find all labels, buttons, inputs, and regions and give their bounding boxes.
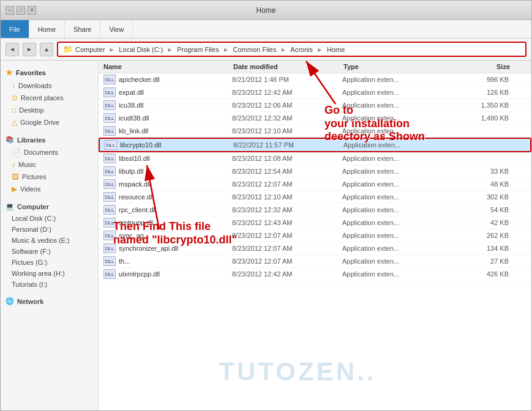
- sidebar-item-pictues[interactable]: Pictues (G:): [1, 257, 98, 268]
- sidebar-item-downloads[interactable]: ↓ Downloads: [1, 80, 98, 92]
- file-type-cell: Application exten...: [342, 206, 465, 213]
- table-row[interactable]: DLL icudt38.dll 8/23/2012 12:32 AM Appli…: [99, 112, 531, 125]
- sidebar-item-music[interactable]: ♪ Music: [1, 158, 98, 171]
- table-row[interactable]: DLL th... 8/23/2012 12:07 AM Application…: [99, 255, 531, 268]
- minimize-button[interactable]: ─: [6, 6, 14, 15]
- file-type-cell: Application exten...: [342, 219, 465, 226]
- file-name-cell: libssl10.dll: [119, 155, 232, 162]
- table-row[interactable]: DLL icu38.dll 8/23/2012 12:06 AM Applica…: [99, 99, 531, 112]
- title-bar: ─ □ ✕ Home: [1, 1, 531, 20]
- file-date-cell: 8/23/2012 12:07 AM: [232, 245, 342, 252]
- path-computer: Computer: [75, 46, 105, 53]
- recent-icon: ⊙: [12, 94, 18, 102]
- path-acronis: Acronis: [290, 46, 313, 53]
- sidebar-item-personal[interactable]: Personal (D:): [1, 224, 98, 235]
- sidebar: ★ Favorites ↓ Downloads ⊙ Recent places …: [1, 61, 99, 410]
- sidebar-item-tutorials[interactable]: Tutorials (I:): [1, 279, 98, 290]
- file-name-cell: icu38.dll: [119, 102, 232, 109]
- network-icon: 🌐: [6, 297, 14, 305]
- file-icon: DLL: [103, 113, 116, 123]
- maximize-button[interactable]: □: [17, 6, 25, 15]
- file-name-cell: sync_ag...: [119, 232, 232, 239]
- file-icon: DLL: [103, 218, 116, 228]
- back-button[interactable]: ◄: [6, 43, 19, 56]
- table-row[interactable]: DLL expat.dll 8/23/2012 12:42 AM Applica…: [99, 86, 531, 99]
- table-row[interactable]: DLL libssl10.dll 8/23/2012 12:08 AM Appl…: [99, 152, 531, 165]
- path-programfiles: Program Files: [177, 46, 219, 53]
- computer-header: 💻 Computer: [1, 200, 98, 213]
- file-date-cell: 8/23/2012 12:07 AM: [232, 180, 342, 188]
- sidebar-item-googledrive[interactable]: △ Google Drive: [1, 116, 98, 128]
- file-date-cell: 8/23/2012 12:08 AM: [232, 155, 342, 162]
- table-row[interactable]: DLL synchronizer_api.dll 8/23/2012 12:07…: [99, 242, 531, 255]
- file-date-cell: 8/21/2012 1:46 PM: [232, 76, 342, 83]
- table-row[interactable]: DLL libutp.dll 8/23/2012 12:54 AM Applic…: [99, 165, 531, 178]
- sidebar-item-software[interactable]: Software (F:): [1, 246, 98, 257]
- sidebar-item-videos[interactable]: ▶ Videos: [1, 183, 98, 195]
- sidebar-item-desktop[interactable]: □ Desktop: [1, 104, 98, 116]
- googledrive-icon: △: [12, 118, 17, 127]
- file-size-cell: 302 KB: [465, 193, 514, 201]
- col-header-size: Size: [466, 63, 515, 70]
- window-controls[interactable]: ─ □ ✕: [6, 6, 36, 15]
- file-name-cell: synchronizer_api.dll: [119, 245, 232, 252]
- table-row[interactable]: DLL mspack.dll 8/23/2012 12:07 AM Applic…: [99, 178, 531, 191]
- file-icon: DLL: [105, 140, 117, 150]
- file-type-cell: Application exten...: [342, 180, 465, 188]
- file-icon: DLL: [103, 269, 116, 279]
- sidebar-item-recent[interactable]: ⊙ Recent places: [1, 92, 98, 104]
- file-size-cell: 54 KB: [465, 206, 514, 213]
- tab-file[interactable]: File: [1, 20, 29, 38]
- documents-icon: 📄: [12, 148, 21, 157]
- pictures-icon: 🖼: [12, 172, 19, 181]
- file-name-cell: th...: [119, 257, 232, 265]
- desktop-icon: □: [12, 106, 16, 114]
- table-row[interactable]: DLL apichecker.dll 8/21/2012 1:46 PM App…: [99, 73, 531, 86]
- file-icon: DLL: [103, 87, 116, 97]
- table-row[interactable]: DLL rpc_client.dll 8/23/2012 12:32 AM Ap…: [99, 204, 531, 217]
- table-row[interactable]: DLL libcrypto10.dll 8/22/2012 11:57 PM A…: [99, 138, 531, 152]
- sidebar-item-localdisk[interactable]: Local Disk (C:): [1, 213, 98, 224]
- file-area: Name Date modified Type Size DLL apichec…: [99, 61, 531, 410]
- explorer-window: ─ □ ✕ Home File Home Share View ◄ ► ▲ 📁 …: [0, 0, 532, 411]
- file-name-cell: apichecker.dll: [119, 76, 232, 83]
- tab-view[interactable]: View: [100, 20, 133, 38]
- table-row[interactable]: DLL ulxmlrpcpp.dll 8/23/2012 12:42 AM Ap…: [99, 268, 531, 281]
- file-size-cell: 126 KB: [465, 89, 514, 96]
- file-name-cell: expat.dll: [119, 89, 232, 96]
- file-icon: DLL: [103, 100, 116, 110]
- folder-icon: 📁: [63, 45, 73, 54]
- file-size-cell: 33 KB: [465, 168, 514, 175]
- file-name-cell: icudt38.dll: [119, 114, 232, 122]
- tab-home[interactable]: Home: [29, 20, 65, 38]
- sidebar-item-pictures[interactable]: 🖼 Pictures: [1, 171, 98, 183]
- table-row[interactable]: DLL sync_ag... 8/23/2012 12:07 AM Applic…: [99, 229, 531, 242]
- sidebar-item-documents[interactable]: 📄 Documents: [1, 146, 98, 158]
- col-header-date: Date modified: [233, 63, 343, 70]
- table-row[interactable]: DLL smtpupp.dll 8/23/2012 12:43 AM Appli…: [99, 217, 531, 229]
- file-icon: DLL: [103, 205, 116, 215]
- address-path[interactable]: 📁 Computer ► Local Disk (C:) ► Program F…: [57, 42, 526, 57]
- path-home: Home: [327, 46, 345, 53]
- file-icon: DLL: [103, 179, 116, 189]
- address-bar-row: ◄ ► ▲ 📁 Computer ► Local Disk (C:) ► Pro…: [1, 39, 531, 61]
- table-row[interactable]: DLL kb_link.dll 8/23/2012 12:10 AM Appli…: [99, 125, 531, 138]
- tab-share[interactable]: Share: [65, 20, 100, 38]
- file-type-cell: Application exten...: [342, 245, 465, 252]
- file-name-cell: kb_link.dll: [119, 127, 232, 135]
- sidebar-item-music-vedios[interactable]: Music & vedios (E:): [1, 235, 98, 246]
- forward-button[interactable]: ►: [23, 43, 36, 56]
- sidebar-item-workingarea[interactable]: Working area (H:): [1, 268, 98, 279]
- file-type-cell: Application exten...: [342, 76, 465, 83]
- file-date-cell: 8/23/2012 12:32 AM: [232, 206, 342, 213]
- file-icon: DLL: [103, 126, 116, 136]
- table-row[interactable]: DLL resource.dll 8/23/2012 12:10 AM Appl…: [99, 191, 531, 204]
- up-button[interactable]: ▲: [40, 43, 53, 56]
- path-commonfiles: Common Files: [233, 46, 277, 53]
- file-size-cell: 1,490 KB: [465, 114, 514, 122]
- file-type-cell: Application exten...: [343, 141, 466, 149]
- ribbon: File Home Share View: [1, 20, 531, 39]
- file-name-cell: resource.dll: [119, 193, 232, 201]
- close-button[interactable]: ✕: [28, 6, 36, 15]
- file-type-cell: Application exten...: [342, 127, 465, 135]
